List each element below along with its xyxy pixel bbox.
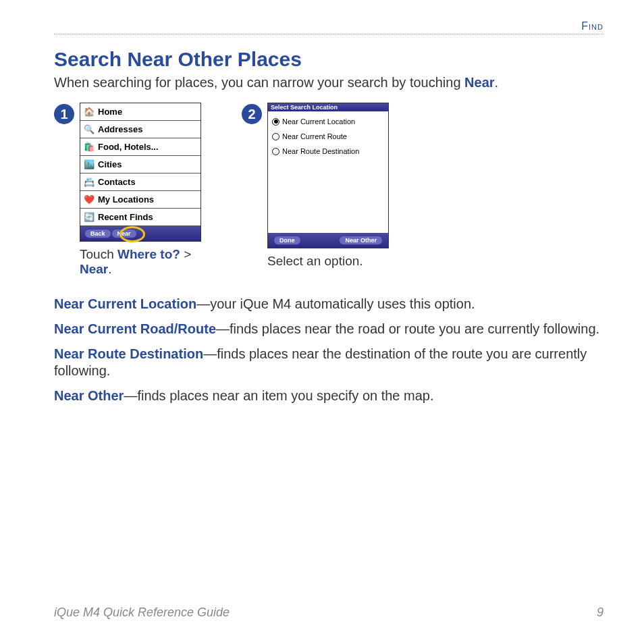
menu-item-contacts[interactable]: 📇 Contacts — [80, 173, 200, 191]
step1-caption: Touch Where to? > Near. — [80, 247, 201, 277]
home-icon: 🏠 — [83, 106, 95, 118]
menu-item-my-locations[interactable]: ❤️ My Locations — [80, 191, 200, 209]
contacts-icon: 📇 — [83, 176, 95, 188]
menu-label: Cities — [98, 159, 122, 169]
step-1: 1 🏠 Home 🔍 Addresses 🛍️ Food, Hotels... … — [54, 103, 201, 277]
menu-item-food[interactable]: 🛍️ Food, Hotels... — [80, 138, 200, 156]
menu-label: Recent Finds — [98, 212, 153, 222]
step-2: 2 Select Search Location Near Current Lo… — [242, 103, 389, 277]
radio-label: Near Route Destination — [282, 147, 359, 155]
radio-label: Near Current Location — [282, 117, 355, 126]
page-number: 9 — [597, 606, 603, 620]
def-near-current-road: Near Current Road/Route—finds places nea… — [54, 321, 603, 338]
step-badge-2: 2 — [242, 104, 262, 124]
divider — [54, 34, 603, 34]
radio-list: Near Current Location Near Current Route… — [268, 111, 388, 233]
def-near-route-destination: Near Route Destination—finds places near… — [54, 346, 603, 379]
radio-icon — [272, 118, 279, 126]
near-link-caption: Near — [80, 262, 108, 276]
title-bar: Select Search Location — [268, 103, 388, 111]
radio-icon — [272, 133, 279, 140]
menu-label: My Locations — [98, 194, 154, 205]
menu-label: Contacts — [98, 177, 136, 187]
done-button[interactable]: Done — [273, 236, 301, 245]
where-to-link: Where to? — [117, 247, 180, 261]
definitions: Near Current Location—your iQue M4 autom… — [54, 296, 603, 404]
food-icon: 🛍️ — [83, 141, 95, 153]
menu-item-recent[interactable]: 🔄 Recent Finds — [80, 209, 200, 226]
device-select-location: Select Search Location Near Current Loca… — [267, 103, 389, 248]
recent-icon: 🔄 — [83, 211, 95, 223]
menu-item-home[interactable]: 🏠 Home — [80, 103, 200, 121]
heart-icon: ❤️ — [83, 194, 95, 206]
back-button[interactable]: Back — [84, 229, 111, 238]
bottom-bar: Done Near Other — [268, 233, 388, 248]
section-header: Find — [54, 20, 603, 32]
radio-near-current-route[interactable]: Near Current Route — [272, 129, 384, 144]
search-icon: 🔍 — [83, 124, 95, 136]
cities-icon: 🏙️ — [83, 159, 95, 171]
radio-label: Near Current Route — [282, 132, 347, 140]
intro-text: When searching for places, you can narro… — [54, 75, 603, 90]
near-link: Near — [464, 75, 494, 90]
def-near-current-location: Near Current Location—your iQue M4 autom… — [54, 296, 603, 313]
near-other-button[interactable]: Near Other — [339, 236, 383, 245]
step2-caption: Select an option. — [267, 254, 389, 269]
step-badge-1: 1 — [54, 104, 74, 124]
page-footer: iQue M4 Quick Reference Guide 9 — [54, 606, 603, 620]
radio-near-route-destination[interactable]: Near Route Destination — [272, 144, 384, 159]
page-title: Search Near Other Places — [54, 48, 603, 71]
menu-label: Food, Hotels... — [98, 142, 159, 152]
device-where-to-menu: 🏠 Home 🔍 Addresses 🛍️ Food, Hotels... 🏙️… — [80, 103, 201, 242]
radio-icon — [272, 148, 279, 155]
near-button[interactable]: Near — [111, 229, 137, 238]
footer-title: iQue M4 Quick Reference Guide — [54, 606, 230, 620]
menu-label: Addresses — [98, 124, 142, 134]
menu-item-addresses[interactable]: 🔍 Addresses — [80, 121, 200, 138]
bottom-bar: Back Near — [80, 226, 200, 241]
def-near-other: Near Other—finds places near an item you… — [54, 387, 603, 404]
menu-label: Home — [98, 107, 122, 117]
menu-item-cities[interactable]: 🏙️ Cities — [80, 156, 200, 173]
radio-near-current-location[interactable]: Near Current Location — [272, 114, 384, 129]
